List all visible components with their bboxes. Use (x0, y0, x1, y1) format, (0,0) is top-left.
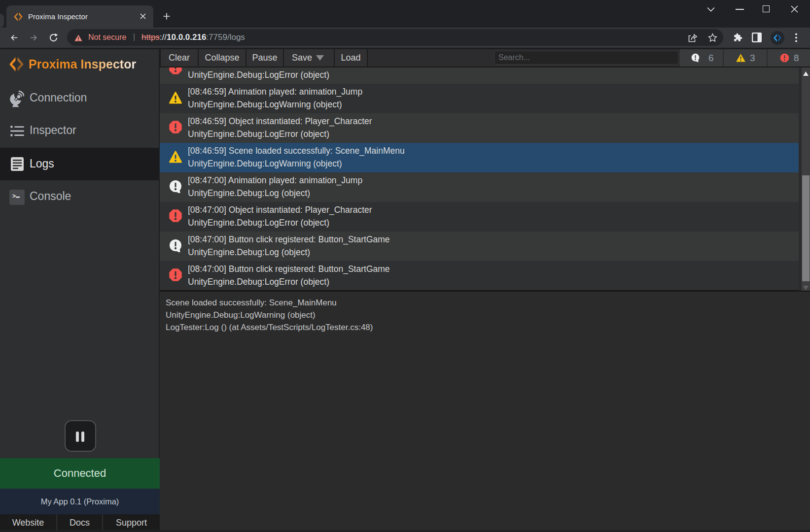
svg-text:>: > (12, 193, 16, 200)
